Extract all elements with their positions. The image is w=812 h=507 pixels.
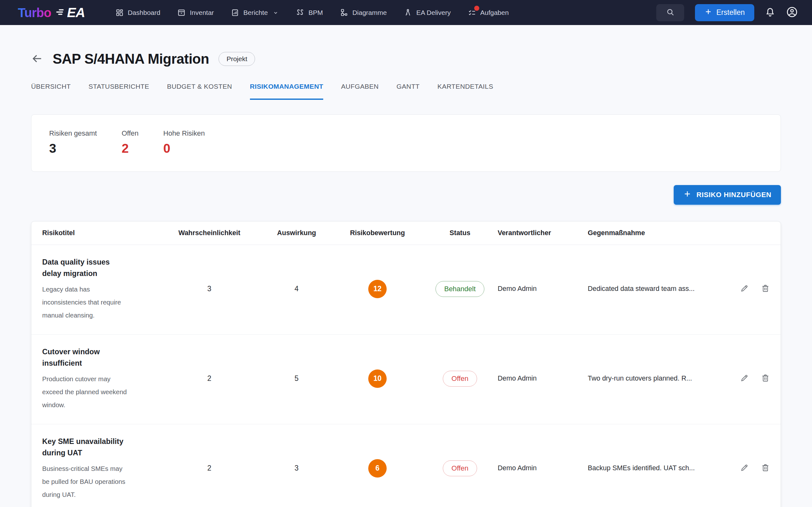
- reports-icon: [231, 9, 239, 17]
- status-badge: Offen: [443, 371, 477, 387]
- stat-high-risks: Hohe Risiken 0: [163, 129, 205, 156]
- risk-title-cell: Data quality issues delay migration Lega…: [42, 257, 158, 322]
- risk-description: Business-critical SMEs may be pulled for…: [42, 462, 129, 501]
- risk-score-cell: 12: [333, 280, 422, 298]
- add-risk-button[interactable]: RISIKO HINZUFÜGEN: [674, 185, 781, 205]
- add-risk-button-label: RISIKO HINZUFÜGEN: [697, 191, 771, 199]
- nav-item-dashboard[interactable]: Dashboard: [115, 9, 160, 17]
- status-badge: Offen: [443, 460, 477, 476]
- back-button[interactable]: [31, 53, 43, 66]
- search-button[interactable]: [656, 4, 684, 21]
- nav-label: Berichte: [243, 9, 268, 16]
- risk-title: Key SME unavailability during UAT: [42, 436, 124, 459]
- nav-label: Aufgaben: [480, 9, 509, 16]
- risk-score-cell: 10: [333, 370, 422, 388]
- notification-dot: [474, 6, 479, 11]
- tab-aufgaben[interactable]: AUFGABEN: [341, 83, 379, 100]
- stat-label: Hohe Risiken: [163, 129, 205, 137]
- stat-label: Offen: [121, 129, 138, 137]
- chevron-down-icon: [272, 9, 279, 16]
- risks-table: Risikotitel Wahrscheinlichkeit Auswirkun…: [31, 221, 781, 507]
- stat-value: 3: [49, 141, 97, 156]
- table-row: Data quality issues delay migration Lega…: [32, 245, 780, 335]
- impact-value: 5: [260, 374, 333, 383]
- nav-item-inventar[interactable]: Inventar: [177, 9, 214, 17]
- probability-value: 3: [158, 285, 260, 293]
- pencil-icon: [740, 463, 749, 473]
- speed-lines-icon: [55, 8, 66, 18]
- table-row: Cutover window insufficient Production c…: [32, 335, 780, 424]
- page-title: SAP S/4HANA Migration: [53, 51, 209, 67]
- risk-score-badge: 10: [368, 370, 387, 388]
- user-avatar-icon: [786, 6, 798, 19]
- column-header-risikotitel: Risikotitel: [42, 229, 158, 237]
- risk-title: Data quality issues delay migration: [42, 257, 124, 279]
- status-badge: Behandelt: [436, 281, 484, 297]
- top-navigation-bar: Turbo EA Dashboard Inventar Berichte: [0, 0, 812, 25]
- tab-bar: ÜBERSICHT STATUSBERICHTE BUDGET & KOSTEN…: [31, 83, 781, 100]
- risk-score-badge: 12: [368, 280, 387, 298]
- nav-item-diagramme[interactable]: Diagramme: [340, 9, 387, 17]
- diagram-icon: [340, 9, 348, 17]
- risk-description: Production cutover may exceed the planne…: [42, 372, 129, 411]
- risk-description: Legacy data has inconsistencies that req…: [42, 283, 129, 322]
- plus-icon: [705, 8, 712, 17]
- stat-label: Risiken gesamt: [49, 129, 97, 137]
- row-actions: [722, 463, 770, 473]
- project-type-badge: Projekt: [218, 52, 255, 66]
- risk-score-badge: 6: [368, 459, 387, 477]
- edit-risk-button[interactable]: [740, 463, 749, 473]
- tab-gantt[interactable]: GANTT: [397, 83, 420, 100]
- row-actions: [722, 284, 770, 294]
- logo-text-ea: EA: [67, 5, 85, 20]
- header-actions: Erstellen: [656, 4, 798, 21]
- tab-risikomanagement[interactable]: RISIKOMANAGEMENT: [250, 83, 323, 100]
- status-cell: Offen: [422, 460, 498, 476]
- search-icon: [666, 8, 675, 17]
- delete-risk-button[interactable]: [761, 284, 770, 294]
- tab-uebersicht[interactable]: ÜBERSICHT: [31, 83, 71, 100]
- plus-icon: [683, 190, 692, 200]
- bell-icon: [765, 7, 775, 18]
- stat-total-risks: Risiken gesamt 3: [49, 129, 97, 156]
- delete-risk-button[interactable]: [761, 463, 770, 473]
- profile-button[interactable]: [786, 6, 798, 19]
- column-header-verantwortlicher: Verantwortlicher: [498, 229, 588, 237]
- owner-cell: Demo Admin: [498, 285, 588, 293]
- create-button-label: Erstellen: [716, 8, 745, 17]
- probability-value: 2: [158, 464, 260, 472]
- nav-item-bpm[interactable]: BPM: [296, 9, 323, 17]
- impact-value: 3: [260, 464, 333, 472]
- status-cell: Behandelt: [422, 281, 498, 297]
- tab-budget-kosten[interactable]: BUDGET & KOSTEN: [167, 83, 232, 100]
- trash-icon: [761, 463, 770, 473]
- create-button[interactable]: Erstellen: [695, 4, 754, 21]
- edit-risk-button[interactable]: [740, 284, 749, 294]
- stat-open-risks: Offen 2: [121, 129, 138, 156]
- owner-cell: Demo Admin: [498, 464, 588, 472]
- table-header-row: Risikotitel Wahrscheinlichkeit Auswirkun…: [32, 222, 780, 245]
- nav-label: Dashboard: [128, 9, 160, 16]
- risk-summary-card: Risiken gesamt 3 Offen 2 Hohe Risiken 0: [31, 114, 781, 172]
- tab-kartendetails[interactable]: KARTENDETAILS: [438, 83, 493, 100]
- row-actions: [722, 374, 770, 383]
- column-header-risikobewertung: Risikobewertung: [333, 229, 422, 237]
- bpm-icon: [296, 9, 304, 17]
- page-header: SAP S/4HANA Migration Projekt: [31, 51, 781, 67]
- mitigation-cell: Two dry-run cutovers planned. R...: [588, 375, 722, 383]
- status-cell: Offen: [422, 371, 498, 387]
- delete-risk-button[interactable]: [761, 374, 770, 383]
- tab-statusberichte[interactable]: STATUSBERICHTE: [89, 83, 149, 100]
- notifications-button[interactable]: [765, 7, 775, 18]
- nav-item-ea-delivery[interactable]: EA Delivery: [404, 9, 451, 17]
- inventory-icon: [177, 9, 186, 17]
- column-header-wahrscheinlichkeit: Wahrscheinlichkeit: [158, 229, 260, 237]
- edit-risk-button[interactable]: [740, 374, 749, 383]
- mitigation-cell: Backup SMEs identified. UAT sch...: [588, 464, 722, 472]
- nav-item-berichte[interactable]: Berichte: [231, 9, 279, 17]
- nav-item-aufgaben[interactable]: Aufgaben: [468, 9, 509, 17]
- app-logo[interactable]: Turbo EA: [18, 5, 85, 20]
- stat-value: 0: [163, 141, 205, 156]
- nav-label: Inventar: [190, 9, 214, 16]
- trash-icon: [761, 374, 770, 383]
